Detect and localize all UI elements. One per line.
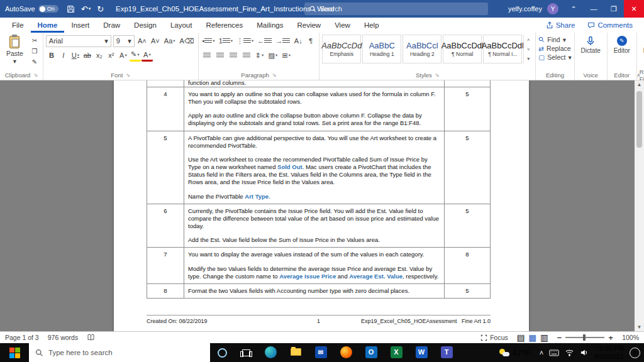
editor-button[interactable]: ✎ Editor (610, 35, 634, 55)
paragraph-dialog-launcher[interactable]: ⇘ (272, 72, 277, 78)
firefox-taskbar-icon[interactable] (333, 343, 358, 362)
comments-button[interactable]: Comments (582, 20, 638, 30)
undo-button[interactable]: ↶▾ (78, 4, 94, 14)
wifi-icon[interactable] (565, 349, 574, 356)
tab-design[interactable]: Design (127, 18, 164, 33)
font-dialog-launcher[interactable]: ⇘ (126, 72, 130, 78)
styles-dialog-launcher[interactable]: ⇘ (435, 72, 440, 78)
style-normal[interactable]: AaBbCcDdl¶ Normal (443, 35, 482, 63)
style-normal-i[interactable]: AaBbCcDdl¶ Normal I... (483, 35, 522, 63)
edge-taskbar-icon[interactable] (258, 343, 283, 362)
zoom-in-button[interactable]: + (608, 333, 613, 343)
borders-button[interactable]: ⊞▾ (280, 49, 292, 62)
autosave-switch[interactable]: On (38, 5, 58, 13)
volume-icon[interactable] (580, 349, 589, 356)
change-case-button[interactable]: Aa▾ (163, 35, 177, 47)
vertical-scrollbar[interactable]: ▲ ▼ (635, 80, 644, 331)
styles-more-button[interactable]: ▾ (524, 54, 533, 63)
minimize-button[interactable]: — (584, 0, 604, 18)
styles-scroll-down-button[interactable]: ˅ (524, 45, 533, 54)
tab-insert[interactable]: Insert (64, 18, 96, 33)
clipboard-dialog-launcher[interactable]: ⇘ (33, 72, 38, 78)
touch-keyboard-icon[interactable] (549, 349, 559, 356)
ribbon-display-options-button[interactable]: ⌃ (564, 0, 584, 18)
font-size-select[interactable]: 9▾ (113, 35, 135, 47)
zoom-level[interactable]: 100% (622, 334, 639, 341)
page-indicator[interactable]: Page 1 of 3 (5, 334, 39, 341)
close-button[interactable]: ✕ (624, 0, 644, 18)
teams-taskbar-icon[interactable]: T (434, 343, 459, 362)
increase-indent-button[interactable]: → (274, 35, 291, 47)
search-box[interactable]: Search (304, 3, 488, 15)
replace-button[interactable]: ⇄ Replace (538, 45, 571, 52)
zoom-out-button[interactable]: − (557, 333, 562, 343)
file-explorer-taskbar-icon[interactable] (283, 343, 308, 362)
tab-mailings[interactable]: Mailings (250, 18, 290, 33)
task-view-button[interactable] (234, 343, 258, 362)
weather-widget[interactable]: 47°F (496, 348, 534, 358)
superscript-button[interactable]: x² (106, 49, 117, 62)
clock[interactable]: 9:50 PM 9/20/2021 (594, 344, 624, 361)
dictate-button[interactable]: Dictate (577, 35, 604, 55)
excel-taskbar-icon[interactable]: X (384, 343, 409, 362)
cortana-button[interactable] (210, 343, 234, 362)
style-heading-2[interactable]: AaBbCclHeading 2 (402, 35, 441, 63)
hidden-icons-button[interactable]: ˄ (540, 349, 543, 356)
copy-button[interactable]: ❐ (29, 47, 40, 56)
reuse-files-button[interactable]: Reuse Files (640, 35, 644, 62)
align-center-button[interactable] (214, 49, 226, 62)
tab-references[interactable]: References (199, 18, 250, 33)
font-color-button[interactable]: A▾ (142, 49, 153, 62)
scroll-down-icon[interactable]: ▼ (637, 324, 642, 330)
action-center-button[interactable]: 7 (630, 348, 640, 358)
mail-taskbar-icon[interactable]: ✉ (308, 343, 333, 362)
strikethrough-button[interactable]: ab (82, 49, 93, 62)
text-effects-button[interactable]: A▾ (118, 49, 129, 62)
outlook-taskbar-icon[interactable]: O (358, 343, 384, 362)
shading-button[interactable]: ▨▾ (267, 49, 279, 62)
format-painter-button[interactable]: ✎ (29, 57, 40, 67)
highlight-color-button[interactable]: ✎▾ (130, 49, 141, 62)
styles-scroll-up-button[interactable]: ˄ (524, 35, 533, 45)
show-paragraph-marks-button[interactable]: ¶ (305, 35, 316, 47)
document-page[interactable]: function and columns. 4You want to apply… (114, 80, 529, 331)
share-button[interactable]: Share (541, 20, 580, 30)
taskbar-search[interactable]: Type here to search (29, 343, 210, 362)
shrink-font-button[interactable]: A˅ (150, 35, 161, 47)
select-button[interactable]: ▢ Select▾ (538, 53, 571, 61)
sort-button[interactable]: A↓ (292, 35, 304, 47)
subscript-button[interactable]: x₂ (94, 49, 105, 62)
font-family-select[interactable]: Arial▾ (46, 35, 111, 47)
autosave-toggle[interactable]: AutoSave On (0, 5, 64, 13)
cut-button[interactable]: ✂ (29, 36, 40, 45)
style-heading-1[interactable]: AaBbCHeading 1 (362, 35, 401, 63)
line-spacing-button[interactable]: ⇕▾ (254, 49, 265, 62)
tab-draw[interactable]: Draw (96, 18, 127, 33)
print-layout-button[interactable]: ▦ (528, 333, 536, 343)
tab-file[interactable]: File (5, 18, 31, 33)
avatar[interactable]: Y (547, 3, 558, 14)
numbering-button[interactable]: 1▾ (218, 35, 234, 47)
tab-help[interactable]: Help (357, 18, 386, 33)
grow-font-button[interactable]: A˄ (136, 35, 148, 47)
clear-formatting-button[interactable]: A⌫ (179, 35, 196, 47)
align-right-button[interactable] (228, 49, 239, 62)
align-left-button[interactable] (201, 49, 213, 62)
web-layout-button[interactable]: ▥ (540, 333, 548, 343)
tab-view[interactable]: View (328, 18, 357, 33)
redo-button[interactable]: ↻ (94, 4, 107, 14)
tab-review[interactable]: Review (290, 18, 328, 33)
justify-button[interactable] (241, 49, 252, 62)
zoom-slider[interactable] (565, 337, 604, 338)
maximize-button[interactable]: ❐ (604, 0, 624, 18)
decrease-indent-button[interactable]: ← (256, 35, 273, 47)
find-button[interactable]: Find▾ (538, 36, 571, 43)
focus-button[interactable]: Focus (480, 334, 508, 341)
paste-button[interactable]: Paste ▾ (3, 35, 27, 67)
tab-home[interactable]: Home (31, 18, 65, 33)
scroll-up-icon[interactable]: ▲ (637, 82, 642, 87)
bullets-button[interactable]: •▾ (201, 35, 216, 47)
proofing-icon[interactable] (87, 334, 95, 341)
word-taskbar-icon[interactable]: W (409, 343, 434, 362)
scrollbar-thumb[interactable] (636, 91, 642, 148)
